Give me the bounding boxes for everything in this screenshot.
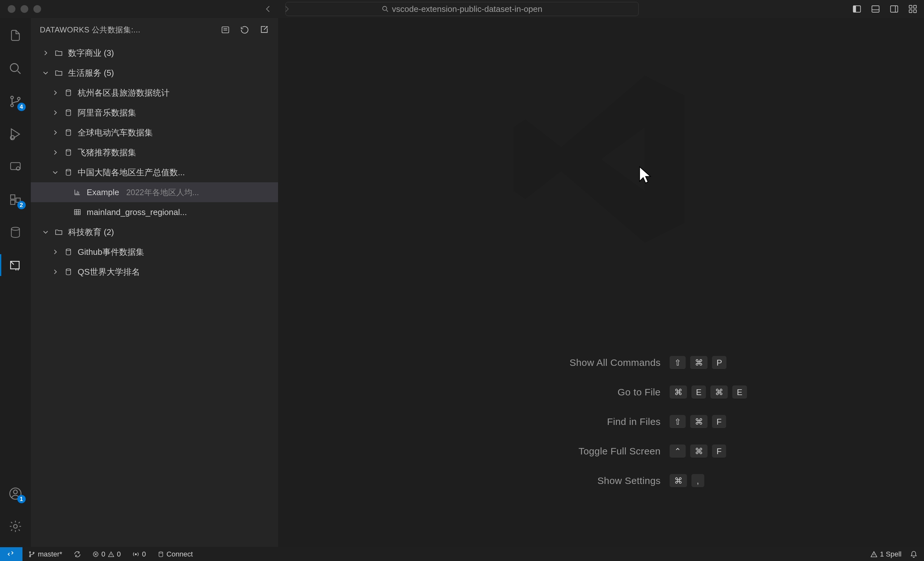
extensions-badge: 2 bbox=[17, 201, 26, 209]
tree-folder-tech-edu[interactable]: 科技教育 (2) bbox=[31, 222, 278, 242]
key: ⌘ bbox=[711, 386, 728, 399]
tree-label: 中国大陆各地区生产总值数... bbox=[78, 167, 185, 178]
key: ⌘ bbox=[670, 386, 687, 399]
tree-item-gross-regional[interactable]: mainland_gross_regional... bbox=[31, 202, 278, 222]
tree-folder-digital-commerce[interactable]: 数字商业 (3) bbox=[31, 43, 278, 63]
notifications-icon[interactable] bbox=[910, 551, 918, 558]
svg-rect-5 bbox=[909, 6, 912, 8]
sidebar-action-list-icon[interactable] bbox=[221, 25, 230, 34]
svg-rect-3 bbox=[872, 6, 879, 12]
nav-back-icon[interactable] bbox=[263, 4, 273, 14]
dataworks-icon bbox=[9, 259, 22, 272]
folder-icon bbox=[54, 69, 64, 77]
accounts-button[interactable]: 1 bbox=[6, 485, 24, 503]
tree-dataset-fliggy[interactable]: 飞猪推荐数据集 bbox=[31, 142, 278, 162]
shortcut-label: Toggle Full Screen bbox=[455, 446, 661, 457]
extensions-tab[interactable]: 2 bbox=[6, 191, 24, 209]
window-minimize-icon[interactable] bbox=[21, 5, 28, 13]
search-icon bbox=[9, 62, 22, 75]
tree-label: mainland_gross_regional... bbox=[87, 207, 187, 217]
svg-rect-4 bbox=[891, 6, 898, 12]
run-debug-tab[interactable] bbox=[6, 125, 24, 143]
tree-dataset-gdp[interactable]: 中国大陆各地区生产总值数... bbox=[31, 162, 278, 182]
tree-dataset-hangzhou[interactable]: 杭州各区县旅游数据统计 bbox=[31, 83, 278, 103]
key: ⌘ bbox=[690, 444, 708, 458]
status-problems[interactable]: 0 0 bbox=[87, 547, 127, 561]
remote-icon bbox=[7, 550, 15, 558]
toggle-panel-icon[interactable] bbox=[871, 4, 880, 14]
remote-explorer-tab[interactable] bbox=[6, 158, 24, 176]
search-icon bbox=[382, 6, 389, 12]
window-controls bbox=[8, 5, 41, 13]
scm-badge: 4 bbox=[17, 103, 26, 111]
chevron-down-icon bbox=[42, 229, 50, 236]
tree-desc: 2022年各地区人均... bbox=[126, 187, 199, 198]
command-center-text: vscode-extension-public-dataset-in-open bbox=[392, 4, 542, 14]
chevron-right-icon bbox=[51, 248, 59, 256]
key: ⌘ bbox=[690, 356, 708, 370]
sidebar: DATAWORKS 公共数据集:... 数字商业 (3) 生活服务 (5) bbox=[31, 18, 278, 547]
tree-label: 数字商业 (3) bbox=[68, 48, 114, 59]
toggle-secondary-sidebar-icon[interactable] bbox=[890, 4, 899, 14]
database-icon bbox=[64, 89, 73, 97]
warning-icon bbox=[870, 551, 878, 558]
tree-label: 全球电动汽车数据集 bbox=[78, 127, 153, 138]
window-close-icon[interactable] bbox=[8, 5, 15, 13]
toggle-primary-sidebar-icon[interactable] bbox=[852, 4, 862, 14]
svg-rect-29 bbox=[75, 209, 80, 215]
settings-button[interactable] bbox=[6, 518, 24, 535]
svg-rect-7 bbox=[909, 10, 912, 13]
shortcut-show-settings: Show Settings ⌘ , bbox=[455, 473, 747, 488]
svg-point-24 bbox=[66, 90, 70, 91]
tree-dataset-alimusic[interactable]: 阿里音乐数据集 bbox=[31, 103, 278, 123]
search-tab[interactable] bbox=[6, 60, 24, 78]
command-center[interactable]: vscode-extension-public-dataset-in-open bbox=[285, 2, 639, 16]
svg-point-36 bbox=[135, 553, 136, 555]
tree-label: Example bbox=[87, 187, 119, 197]
tree-dataset-ev[interactable]: 全球电动汽车数据集 bbox=[31, 123, 278, 142]
chevron-right-icon bbox=[42, 49, 50, 57]
remote-indicator[interactable] bbox=[0, 547, 22, 561]
warning-icon bbox=[108, 551, 114, 558]
database-tab[interactable] bbox=[6, 223, 24, 241]
database-icon bbox=[64, 268, 73, 276]
status-spell[interactable]: 1 Spell bbox=[870, 550, 902, 558]
sidebar-action-refresh-icon[interactable] bbox=[240, 25, 249, 34]
tree-dataset-github[interactable]: Github事件数据集 bbox=[31, 242, 278, 262]
svg-point-32 bbox=[30, 551, 31, 553]
key: ⌘ bbox=[690, 415, 708, 429]
svg-point-33 bbox=[30, 555, 31, 557]
tree-label: QS世界大学排名 bbox=[78, 266, 140, 278]
explorer-tab[interactable] bbox=[6, 27, 24, 45]
files-icon bbox=[9, 29, 22, 43]
shortcut-label: Show All Commands bbox=[455, 357, 661, 368]
tree-dataset-qs[interactable]: QS世界大学排名 bbox=[31, 262, 278, 282]
status-connect[interactable]: Connect bbox=[152, 547, 199, 561]
svg-point-31 bbox=[66, 269, 70, 271]
key: P bbox=[712, 356, 726, 370]
dataworks-tab[interactable] bbox=[6, 256, 24, 274]
radio-icon bbox=[132, 551, 140, 558]
window-zoom-icon[interactable] bbox=[33, 5, 41, 13]
sidebar-action-open-external-icon[interactable] bbox=[260, 25, 268, 34]
database-icon bbox=[64, 248, 73, 256]
chevron-right-icon bbox=[51, 89, 59, 96]
warning-count: 0 bbox=[117, 550, 121, 558]
status-branch[interactable]: master* bbox=[22, 547, 68, 561]
status-sync[interactable] bbox=[68, 547, 87, 561]
svg-rect-16 bbox=[10, 195, 15, 199]
tree-folder-life-services[interactable]: 生活服务 (5) bbox=[31, 63, 278, 83]
database-icon bbox=[9, 226, 21, 238]
svg-rect-6 bbox=[914, 6, 916, 8]
activity-bar: 4 2 bbox=[0, 18, 31, 547]
customize-layout-icon[interactable] bbox=[908, 4, 918, 14]
svg-point-21 bbox=[14, 490, 17, 494]
status-ports[interactable]: 0 bbox=[126, 547, 152, 561]
svg-point-28 bbox=[66, 169, 70, 171]
titlebar: vscode-extension-public-dataset-in-open bbox=[0, 0, 924, 18]
tree-item-example[interactable]: Example 2022年各地区人均... bbox=[31, 182, 278, 202]
key: ⇧ bbox=[670, 356, 686, 370]
source-control-tab[interactable]: 4 bbox=[6, 93, 24, 111]
tree-label: 杭州各区县旅游数据统计 bbox=[78, 87, 170, 99]
remote-icon bbox=[9, 160, 22, 173]
